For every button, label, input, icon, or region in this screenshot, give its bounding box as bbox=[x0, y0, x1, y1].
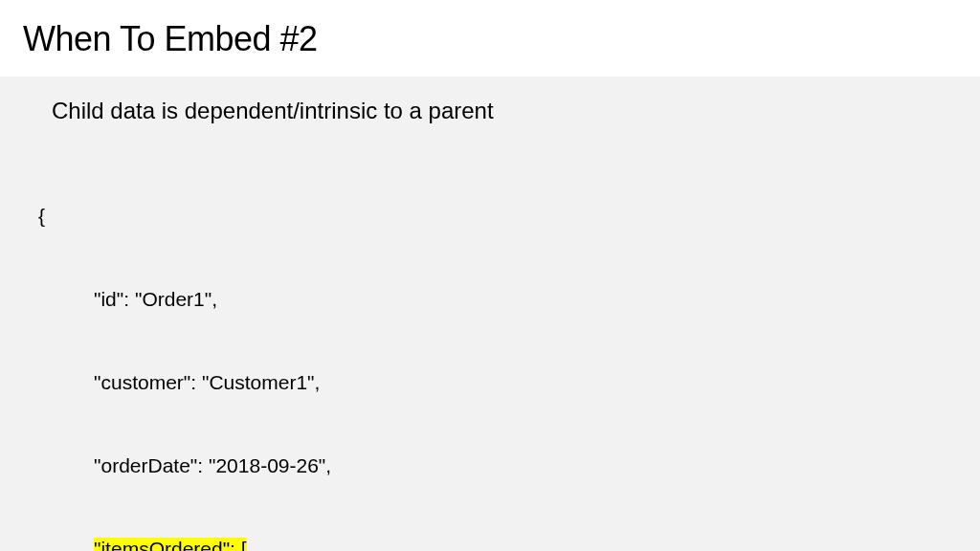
code-block: { "id": "Order1", "customer": "Customer1… bbox=[38, 147, 942, 551]
code-line-id: "id": "Order1", bbox=[38, 286, 942, 314]
code-line-orderdate: "orderDate": "2018-09-26", bbox=[38, 452, 942, 480]
slide-content: Child data is dependent/intrinsic to a p… bbox=[0, 77, 980, 551]
code-line-customer: "customer": "Customer1", bbox=[38, 369, 942, 397]
slide-title: When To Embed #2 bbox=[23, 19, 957, 59]
code-line-open: { bbox=[38, 203, 942, 231]
slide-header: When To Embed #2 bbox=[0, 0, 980, 77]
slide-subtitle: Child data is dependent/intrinsic to a p… bbox=[52, 98, 942, 124]
code-line-itemsordered: "itemsOrdered": [ bbox=[38, 536, 942, 551]
highlighted-text: "itemsOrdered": [ bbox=[94, 538, 247, 551]
